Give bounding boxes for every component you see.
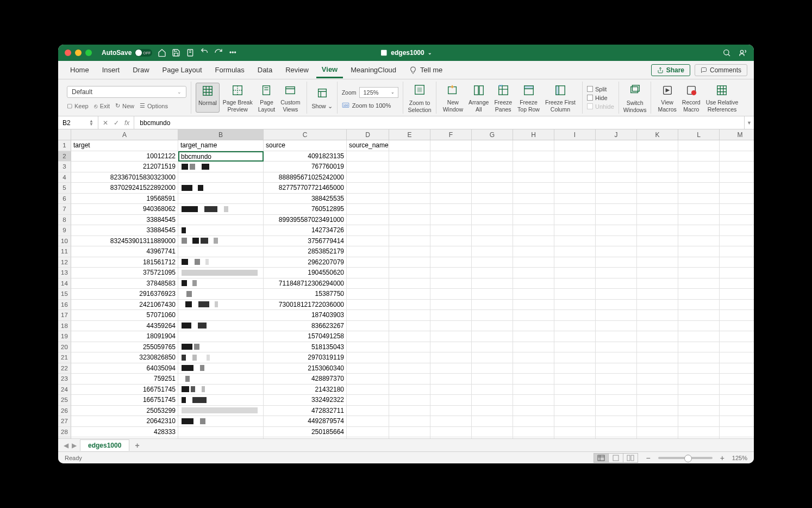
cell-1-G[interactable] [472,140,513,151]
row-header-22[interactable]: 22 [58,363,71,374]
cell-16-J[interactable] [596,300,637,311]
cell-18-J[interactable] [596,321,637,332]
cell-18-F[interactable] [430,321,472,332]
cell-10-E[interactable] [389,236,430,247]
cell-25-L[interactable] [678,395,720,406]
name-box[interactable]: B2▲▼ [58,116,98,129]
comments-button[interactable]: Comments [695,64,747,76]
maximize-button[interactable] [85,49,92,56]
spreadsheet-grid[interactable]: ABCDEFGHIJKLM1targettarget_namesourcesou… [58,129,754,438]
cell-15-D[interactable] [347,289,389,300]
cell-14-A[interactable]: 37848583 [71,278,178,289]
menu-formulas[interactable]: Formulas [210,63,250,77]
cell-26-K[interactable] [637,406,678,417]
cell-26-H[interactable] [513,406,554,417]
cell-11-B[interactable] [178,246,264,257]
col-header-K[interactable]: K [637,129,678,140]
cell-5-C[interactable]: 827757707721465000 [264,183,347,194]
cell-21-C[interactable]: 2970319119 [264,352,347,363]
menu-page-layout[interactable]: Page Layout [157,63,208,77]
menu-home[interactable]: Home [65,63,95,77]
cell-17-I[interactable] [554,310,596,321]
cell-18-G[interactable] [472,321,513,332]
cell-16-D[interactable] [347,300,389,311]
cell-25-B[interactable] [178,395,264,406]
cell-14-F[interactable] [430,278,472,289]
cell-25-J[interactable] [596,395,637,406]
zoom-100[interactable]: 100Zoom to 100% [342,102,399,109]
cell-11-M[interactable] [720,246,754,257]
cell-6-F[interactable] [430,194,472,205]
cell-13-L[interactable] [678,268,720,278]
cell-15-K[interactable] [637,289,678,300]
cell-20-M[interactable] [720,342,754,353]
row-header-24[interactable]: 24 [58,385,71,395]
cell-23-M[interactable] [720,374,754,385]
cell-28-C[interactable]: 250185664 [264,427,347,438]
cell-12-B[interactable] [178,257,264,268]
view-page-layout[interactable]: Page Layout [256,83,278,113]
record-macro[interactable]: Record Macro [680,83,703,113]
cell-22-L[interactable] [678,363,720,374]
unhide-check[interactable]: Unhide [587,103,614,110]
cell-20-J[interactable] [596,342,637,353]
cell-8-B[interactable] [178,215,264,226]
cell-8-M[interactable] [720,215,754,226]
cell-8-D[interactable] [347,215,389,226]
zoom-slider[interactable] [658,457,713,459]
cell-18-I[interactable] [554,321,596,332]
cell-29-L[interactable] [678,437,720,438]
cell-12-K[interactable] [637,257,678,268]
cell-7-B[interactable] [178,204,264,215]
cell-16-M[interactable] [720,300,754,311]
split-check[interactable]: Split [587,85,614,93]
cell-7-D[interactable] [347,204,389,215]
fx-icon[interactable]: fx [124,119,129,127]
cell-20-A[interactable]: 255059765 [71,342,178,353]
cell-11-J[interactable] [596,246,637,257]
cell-14-G[interactable] [472,278,513,289]
cell-15-M[interactable] [720,289,754,300]
cell-29-J[interactable] [596,437,637,438]
cell-15-G[interactable] [472,289,513,300]
cell-25-M[interactable] [720,395,754,406]
cell-18-A[interactable]: 44359264 [71,321,178,332]
zoom-select[interactable]: 125%⌄ [359,87,398,98]
cell-19-F[interactable] [430,331,472,342]
cell-17-H[interactable] [513,310,554,321]
cell-25-D[interactable] [347,395,389,406]
cell-23-K[interactable] [637,374,678,385]
cell-26-B[interactable] [178,406,264,417]
col-header-C[interactable]: C [264,129,347,140]
cell-21-M[interactable] [720,352,754,363]
sheetview-options[interactable]: ☰ Options [140,102,168,109]
row-header-2[interactable]: 2 [58,151,71,162]
cell-11-C[interactable]: 2853852179 [264,246,347,257]
minimize-button[interactable] [75,49,82,56]
cell-26-J[interactable] [596,406,637,417]
tab-prev[interactable]: ◀ [64,442,68,449]
cell-9-E[interactable] [389,225,430,236]
menu-review[interactable]: Review [280,63,314,77]
cell-18-K[interactable] [637,321,678,332]
cell-15-I[interactable] [554,289,596,300]
cell-20-K[interactable] [637,342,678,353]
cell-27-H[interactable] [513,416,554,427]
cell-19-C[interactable]: 1570491258 [264,331,347,342]
cell-19-J[interactable] [596,331,637,342]
cell-13-B[interactable] [178,268,264,278]
cell-27-C[interactable]: 4492879574 [264,416,347,427]
cell-22-J[interactable] [596,363,637,374]
cell-13-I[interactable] [554,268,596,278]
cell-12-C[interactable]: 2962207079 [264,257,347,268]
cell-22-E[interactable] [389,363,430,374]
cell-8-K[interactable] [637,215,678,226]
cell-16-F[interactable] [430,300,472,311]
cell-5-A[interactable]: 837029241522892000 [71,183,178,194]
cell-2-F[interactable] [430,151,472,162]
row-header-13[interactable]: 13 [58,268,71,278]
cell-20-G[interactable] [472,342,513,353]
cell-15-H[interactable] [513,289,554,300]
cell-6-A[interactable]: 19568591 [71,194,178,205]
cell-22-F[interactable] [430,363,472,374]
